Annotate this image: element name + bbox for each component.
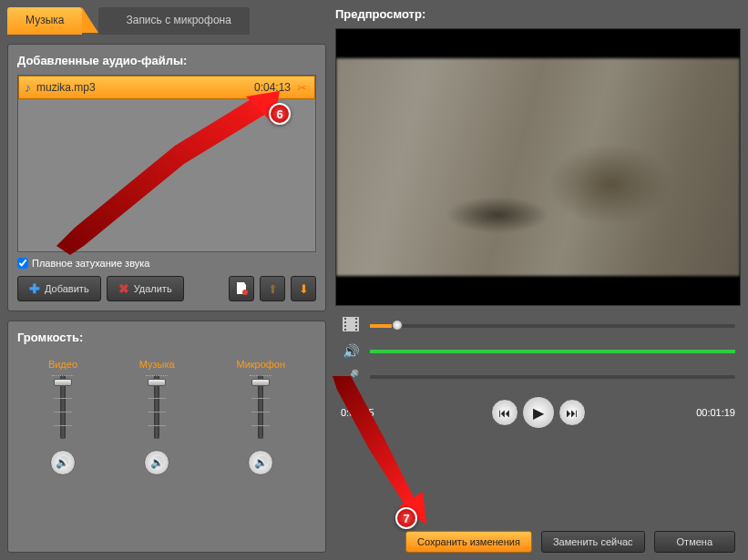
svg-rect-2 xyxy=(344,318,346,320)
fade-checkbox[interactable] xyxy=(17,258,28,269)
video-track-row xyxy=(341,317,735,334)
scissors-icon[interactable]: ✂ xyxy=(294,80,309,95)
save-button[interactable]: Сохранить изменения xyxy=(405,531,532,553)
x-icon: ✖ xyxy=(118,281,129,296)
audio-files-panel: Добавленные аудио-файлы: ♪ muzika.mp3 0:… xyxy=(7,44,326,311)
annotation-badge-7: 7 xyxy=(395,507,417,529)
add-label: Добавить xyxy=(45,283,89,294)
volume-video-label: Видео xyxy=(48,359,77,370)
volume-video-mute[interactable]: 🔊 xyxy=(50,450,76,475)
file-duration: 0:04:13 xyxy=(254,81,291,94)
volume-music: Музыка 🔊 xyxy=(139,359,175,475)
tab-music[interactable]: Музыка xyxy=(7,7,82,35)
mic-icon: 🎤 xyxy=(341,369,361,385)
next-button[interactable]: ⏭ xyxy=(558,399,586,426)
volume-music-slider[interactable] xyxy=(154,375,159,439)
svg-rect-3 xyxy=(344,321,346,323)
plus-icon: ✚ xyxy=(29,281,40,296)
audio-volume-track[interactable] xyxy=(370,350,735,353)
time-total: 00:01:19 xyxy=(671,407,735,418)
svg-rect-5 xyxy=(344,329,346,331)
volume-mic-mute[interactable]: 🔊 xyxy=(248,450,273,475)
play-button[interactable]: ▶ xyxy=(522,396,555,429)
svg-rect-4 xyxy=(344,325,346,327)
svg-rect-7 xyxy=(355,321,357,323)
audio-file-row[interactable]: ♪ muzika.mp3 0:04:13 ✂ xyxy=(18,76,315,99)
tab-mic-record[interactable]: Запись с микрофона xyxy=(98,7,249,35)
video-seek-track[interactable] xyxy=(370,324,735,328)
preview-title: Предпросмотр: xyxy=(335,7,741,21)
mic-track-row: 🎤 xyxy=(341,369,735,385)
preview-frame xyxy=(336,58,740,276)
audio-files-title: Добавленные аудио-файлы: xyxy=(17,54,316,67)
move-up-button[interactable]: ⬆ xyxy=(260,276,285,301)
annotation-badge-6: 6 xyxy=(269,103,291,125)
svg-point-0 xyxy=(242,290,248,295)
time-current: 0:00:05 xyxy=(341,407,405,418)
svg-rect-6 xyxy=(355,318,357,320)
fade-checkbox-row[interactable]: Плавное затухание звука xyxy=(17,258,316,269)
cancel-button[interactable]: Отмена xyxy=(654,531,735,553)
svg-rect-9 xyxy=(355,329,357,331)
film-icon xyxy=(341,317,361,334)
volume-mic-slider[interactable] xyxy=(258,375,263,439)
mic-volume-track[interactable] xyxy=(370,375,735,379)
speaker-icon: 🔊 xyxy=(341,343,361,360)
remove-button[interactable]: ✖ Удалить xyxy=(107,276,184,301)
replace-button[interactable]: Заменить сейчас xyxy=(541,531,645,553)
music-note-icon: ♪ xyxy=(25,80,31,95)
volume-video: Видео 🔊 xyxy=(48,359,77,475)
prev-button[interactable]: ⏮ xyxy=(491,399,518,426)
svg-rect-8 xyxy=(355,325,357,327)
audio-file-list[interactable]: ♪ muzika.mp3 0:04:13 ✂ xyxy=(17,75,316,252)
volume-mic: Микрофон 🔊 xyxy=(236,359,285,475)
remove-label: Удалить xyxy=(134,283,172,294)
volume-mic-label: Микрофон xyxy=(236,359,285,370)
volume-video-slider[interactable] xyxy=(60,375,66,439)
file-toolbar: ✚ Добавить ✖ Удалить ⬆ ⬇ xyxy=(17,276,316,301)
file-action-icon[interactable] xyxy=(229,276,254,301)
volume-music-mute[interactable]: 🔊 xyxy=(144,450,169,475)
volume-panel: Громкость: Видео 🔊 Музыка 🔊 xyxy=(7,321,326,553)
preview-video[interactable] xyxy=(335,28,741,306)
file-name: muzika.mp3 xyxy=(36,81,254,94)
add-button[interactable]: ✚ Добавить xyxy=(17,276,101,301)
audio-track-row: 🔊 xyxy=(341,343,735,360)
audio-tabs: Музыка Запись с микрофона xyxy=(7,7,326,35)
move-down-button[interactable]: ⬇ xyxy=(291,276,316,301)
volume-music-label: Музыка xyxy=(139,359,175,370)
fade-label: Плавное затухание звука xyxy=(32,258,149,269)
volume-title: Громкость: xyxy=(17,331,316,344)
